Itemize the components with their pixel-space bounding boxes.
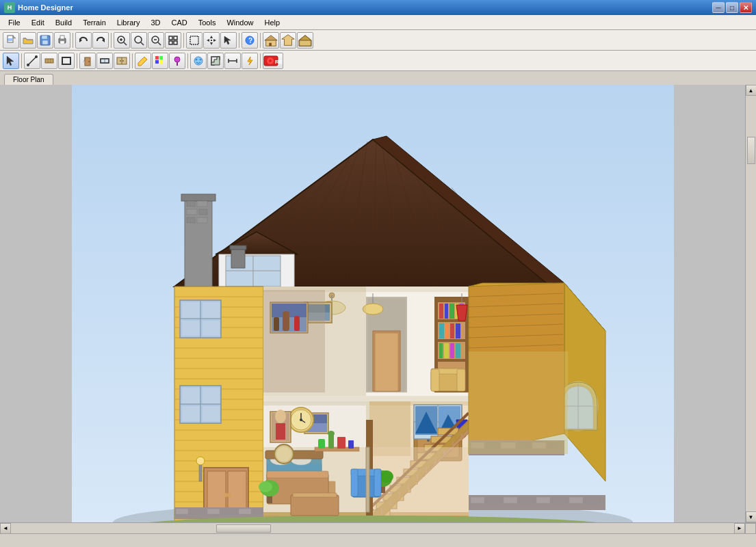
svg-marker-70 [211, 57, 220, 65]
door-tool-button[interactable] [79, 53, 96, 69]
menu-window[interactable]: Window [221, 17, 259, 28]
svg-rect-23 [169, 41, 172, 44]
svg-rect-220 [439, 323, 444, 338]
print-button[interactable] [54, 32, 70, 49]
sep2 [111, 33, 112, 48]
svg-point-287 [300, 418, 302, 421]
3d-house-button[interactable] [263, 32, 279, 49]
arrow-button[interactable] [220, 32, 237, 49]
vertical-scrollbar[interactable]: ▲ ▼ [745, 85, 756, 522]
svg-rect-185 [203, 388, 220, 403]
select-rect-button[interactable] [186, 32, 203, 49]
svg-marker-29 [213, 39, 216, 42]
toolbar-file-group [3, 32, 70, 49]
room-tool-button[interactable] [58, 53, 75, 69]
svg-rect-197 [207, 509, 220, 514]
toolbar-main: ? [0, 30, 756, 51]
sep3 [183, 33, 184, 48]
menu-terrain[interactable]: Terrain [77, 17, 112, 28]
svg-rect-196 [190, 509, 205, 514]
3d-overhead-button[interactable] [280, 32, 296, 49]
app-icon: H [4, 2, 15, 13]
horizontal-scrollbar[interactable]: ◄ ► [0, 522, 756, 533]
help-pointer-button[interactable]: ? [242, 32, 258, 49]
svg-rect-250 [294, 319, 300, 331]
svg-line-17 [141, 42, 144, 45]
open-button[interactable] [20, 32, 36, 49]
wall-tool-button[interactable] [41, 53, 57, 69]
svg-rect-45 [45, 59, 53, 63]
stair-tool-button[interactable] [207, 53, 224, 69]
svg-line-42 [28, 57, 36, 65]
menu-cad[interactable]: CAD [166, 17, 192, 28]
zoom-normal-button[interactable] [131, 32, 147, 49]
svg-point-44 [35, 55, 38, 58]
window-controls: ─ □ ✕ [712, 2, 752, 13]
canvas-area[interactable] [0, 85, 745, 522]
svg-rect-345 [569, 497, 583, 503]
electric-tool-button[interactable] [242, 53, 258, 69]
svg-rect-217 [449, 304, 454, 319]
zoom-in-button[interactable] [114, 32, 130, 49]
svg-rect-340 [486, 497, 501, 503]
scroll-right-button[interactable]: ► [734, 523, 745, 534]
color-picker-button[interactable] [169, 53, 185, 69]
svg-rect-291 [276, 423, 285, 440]
svg-rect-146 [197, 201, 207, 206]
svg-marker-27 [210, 42, 213, 45]
select-tool-button[interactable] [3, 53, 19, 69]
maximize-button[interactable]: □ [726, 2, 738, 13]
svg-rect-144 [181, 194, 216, 201]
svg-rect-148 [199, 209, 207, 215]
svg-point-43 [27, 64, 29, 66]
fit-view-button[interactable] [165, 32, 181, 49]
3d-front-button[interactable] [297, 32, 313, 49]
svg-rect-370 [366, 447, 369, 512]
svg-rect-141 [231, 248, 245, 268]
svg-rect-201 [199, 464, 202, 481]
menu-edit[interactable]: Edit [26, 17, 50, 28]
svg-marker-28 [207, 39, 209, 42]
pencil-tool-button[interactable] [135, 53, 151, 69]
scroll-up-button[interactable]: ▲ [746, 85, 757, 96]
svg-marker-1 [13, 36, 16, 38]
scroll-thumb-h[interactable] [216, 524, 271, 533]
app-title: Home Designer [18, 3, 712, 12]
redo-button[interactable] [92, 32, 109, 49]
record-button[interactable]: REC [263, 53, 283, 69]
minimize-button[interactable]: ─ [712, 2, 725, 13]
dimension-tool-button[interactable] [224, 53, 241, 69]
menu-library[interactable]: Library [112, 17, 146, 28]
window-tool-button[interactable] [96, 53, 113, 69]
undo-button[interactable] [75, 32, 92, 49]
scroll-track-v[interactable] [746, 96, 756, 511]
menu-bar: File Edit Build Terrain Library 3D CAD T… [0, 15, 756, 30]
close-button[interactable]: ✕ [740, 2, 752, 13]
menu-file[interactable]: File [3, 17, 26, 28]
scroll-thumb-v[interactable] [747, 137, 755, 164]
menu-tools[interactable]: Tools [193, 17, 222, 28]
floor-plan-tab[interactable]: Floor Plan [4, 74, 53, 85]
scroll-down-button[interactable]: ▼ [746, 511, 757, 522]
cabinet-tool-button[interactable] [114, 53, 130, 69]
scroll-left-button[interactable]: ◄ [0, 523, 11, 534]
line-tool-button[interactable] [24, 53, 40, 69]
svg-rect-341 [504, 497, 517, 503]
move-button[interactable] [203, 32, 220, 49]
save-button[interactable] [37, 32, 53, 49]
svg-rect-62 [155, 60, 159, 64]
scroll-track-h[interactable] [11, 524, 734, 533]
svg-rect-339 [471, 497, 484, 503]
zoom-out-button[interactable] [148, 32, 164, 49]
material-paint-button[interactable] [152, 53, 168, 69]
menu-build[interactable]: Build [50, 17, 77, 28]
toolbar-draw: REC [0, 51, 756, 71]
menu-help[interactable]: Help [259, 17, 286, 28]
sep10 [260, 53, 261, 68]
svg-rect-48 [62, 57, 70, 64]
new-button[interactable] [3, 32, 19, 49]
svg-rect-361 [374, 469, 381, 496]
menu-3d[interactable]: 3D [145, 17, 166, 28]
svg-rect-346 [585, 497, 600, 503]
object-tool-button[interactable] [190, 53, 207, 69]
